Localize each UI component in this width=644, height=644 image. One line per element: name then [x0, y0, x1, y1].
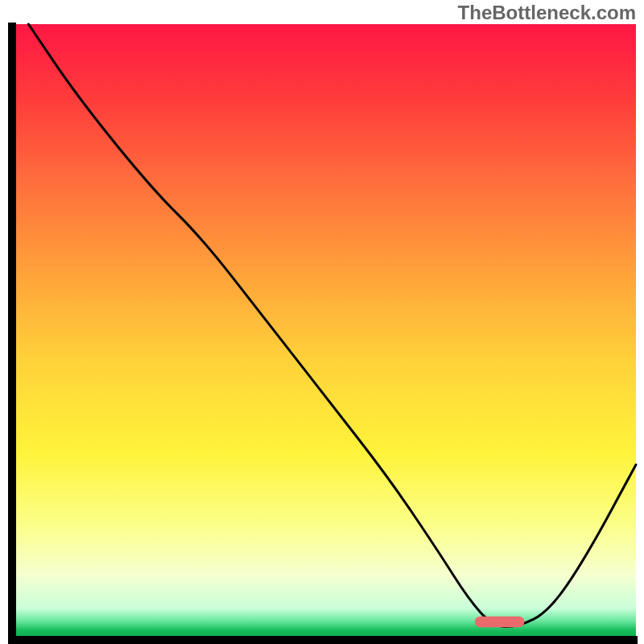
watermark-text: TheBottleneck.com — [458, 2, 636, 24]
chart-svg — [0, 0, 644, 644]
bottleneck-chart: TheBottleneck.com — [0, 0, 644, 644]
y-axis — [8, 23, 16, 644]
gradient-background — [16, 24, 636, 636]
x-axis — [8, 636, 638, 644]
optimal-range-marker — [475, 617, 525, 628]
